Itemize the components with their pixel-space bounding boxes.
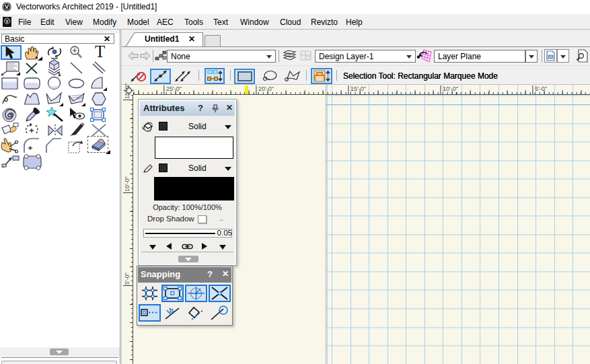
svg-text:V: V	[5, 19, 9, 24]
svg-text:V: V	[5, 3, 9, 10]
